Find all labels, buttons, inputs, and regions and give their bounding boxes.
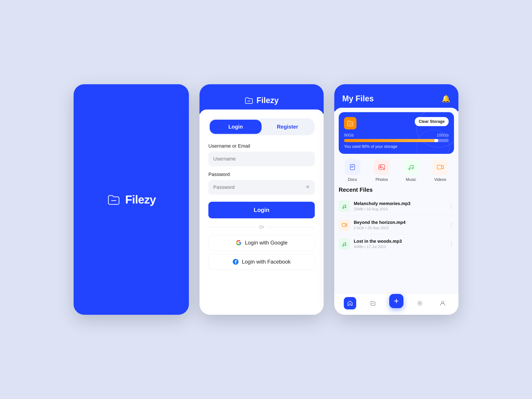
photos-icon-wrap — [374, 159, 390, 175]
docs-icon-wrap — [344, 159, 361, 175]
files-screen: My Files 🔔 Clear Storage 90Gb 100Gb — [334, 84, 458, 315]
svg-rect-6 — [437, 165, 442, 169]
docs-icon — [348, 163, 356, 171]
file-item-1[interactable]: Beyond the horizon.mp4 2.5Gb • 25 Sep 20… — [339, 216, 454, 234]
videos-label: Videos — [434, 177, 446, 182]
svg-point-3 — [380, 165, 381, 167]
nav-home[interactable] — [344, 297, 356, 310]
google-login-button[interactable]: Login with Google — [208, 235, 315, 250]
svg-point-7 — [343, 208, 344, 209]
file-more-0[interactable]: ⋮ — [449, 203, 454, 209]
or-text: Or — [259, 225, 264, 230]
photos-label: Photos — [375, 177, 388, 182]
notification-icon[interactable]: 🔔 — [442, 95, 450, 103]
username-label: Username or Email — [208, 143, 315, 149]
folder-svg — [347, 120, 354, 127]
nav-settings[interactable] — [414, 297, 426, 310]
file-meta-2: 40Mb • 17 Jul 2022 — [354, 245, 445, 249]
files-nav-icon — [370, 300, 376, 306]
files-body: Clear Storage 90Gb 100Gb You used 90% of… — [334, 108, 458, 315]
videos-icon — [436, 163, 444, 171]
recent-files-title: Recent Files — [339, 186, 454, 193]
tab-register[interactable]: Register — [262, 120, 313, 134]
or-line-right — [267, 227, 315, 227]
file-thumb-0 — [339, 200, 350, 212]
photos-icon — [378, 163, 386, 171]
docs-label: Docs — [348, 177, 357, 182]
category-photos[interactable]: Photos — [374, 159, 390, 182]
eye-icon[interactable]: 👁 — [305, 184, 310, 190]
facebook-login-label: Login with Facebook — [242, 259, 291, 265]
file-name-0: Melancholy memories.mp3 — [354, 201, 445, 206]
svg-point-4 — [409, 168, 410, 170]
category-docs[interactable]: Docs — [344, 159, 361, 182]
svg-rect-9 — [342, 223, 345, 227]
tab-row: Login Register — [208, 118, 315, 135]
splash-screen: Filezy — [74, 84, 189, 315]
storage-used-text: You used 90% of your storage — [344, 144, 398, 149]
recent-files-section: Recent Files Melancholy memories.mp3 25M… — [334, 182, 458, 293]
home-icon — [347, 300, 353, 306]
login-folder-icon — [245, 96, 253, 105]
nav-files[interactable] — [367, 297, 379, 310]
svg-point-11 — [345, 245, 346, 246]
svg-point-5 — [412, 168, 413, 169]
videos-icon-wrap — [432, 159, 448, 175]
file-more-1[interactable]: ⋮ — [449, 222, 454, 228]
or-line-left — [208, 227, 256, 227]
svg-point-12 — [419, 302, 421, 304]
login-body: Login Register Username or Email Passwor… — [200, 109, 324, 315]
music-icon — [407, 163, 415, 171]
svg-point-8 — [345, 207, 346, 208]
file-meta-0: 25Mb • 10 Aug 2023 — [354, 207, 445, 211]
password-label: Password — [208, 171, 315, 177]
file-info-1: Beyond the horizon.mp4 2.5Gb • 25 Sep 20… — [354, 220, 445, 230]
category-music[interactable]: Music — [403, 159, 419, 182]
password-input[interactable] — [208, 180, 315, 195]
nav-add-button[interactable] — [389, 294, 403, 308]
splash-logo: Filezy — [107, 192, 156, 207]
file-item-2[interactable]: Lost in the woods.mp3 40Mb • 17 Jul 2022… — [339, 234, 454, 253]
splash-folder-icon — [107, 192, 121, 207]
file-item-0[interactable]: Melancholy memories.mp3 25Mb • 10 Aug 20… — [339, 197, 454, 216]
username-input[interactable] — [208, 152, 315, 166]
category-videos[interactable]: Videos — [432, 159, 448, 182]
tab-login[interactable]: Login — [210, 120, 262, 134]
splash-app-name: Filezy — [125, 193, 156, 206]
google-login-label: Login with Google — [245, 240, 287, 246]
facebook-login-button[interactable]: Login with Facebook — [208, 254, 315, 270]
file-info-0: Melancholy memories.mp3 25Mb • 10 Aug 20… — [354, 201, 445, 211]
facebook-icon — [233, 259, 239, 265]
music-icon-wrap — [403, 159, 419, 175]
file-info-2: Lost in the woods.mp3 40Mb • 17 Jul 2022 — [354, 239, 445, 249]
google-icon — [236, 240, 242, 246]
profile-icon — [440, 300, 446, 306]
music-file-icon-2 — [341, 241, 348, 247]
file-meta-1: 2.5Gb • 25 Sep 2022 — [354, 226, 445, 230]
storage-folder-icon — [344, 117, 356, 129]
video-file-icon-1 — [341, 222, 348, 228]
login-button[interactable]: Login — [208, 202, 315, 218]
settings-icon — [417, 300, 423, 306]
file-thumb-2 — [339, 238, 350, 250]
nav-profile[interactable] — [437, 297, 449, 310]
files-header: My Files 🔔 — [334, 84, 458, 111]
bottom-nav — [334, 293, 458, 315]
music-label: Music — [406, 177, 416, 182]
login-screen: Filezy Login Register Username or Email … — [200, 84, 324, 315]
add-icon — [393, 298, 400, 304]
music-file-icon-0 — [341, 203, 348, 209]
storage-start-label: 90Gb — [344, 133, 354, 138]
file-name-1: Beyond the horizon.mp4 — [354, 220, 445, 225]
files-title: My Files — [342, 94, 374, 103]
or-divider: Or — [208, 225, 315, 230]
category-row: Docs Photos — [334, 154, 458, 182]
password-field-wrap: 👁 — [208, 180, 315, 195]
storage-card: Clear Storage 90Gb 100Gb You used 90% of… — [339, 112, 454, 154]
file-thumb-1 — [339, 219, 350, 231]
storage-bar — [344, 139, 449, 142]
file-more-2[interactable]: ⋮ — [449, 241, 454, 247]
file-name-2: Lost in the woods.mp3 — [354, 239, 445, 244]
storage-bar-fill — [344, 139, 438, 142]
username-field-wrap — [208, 152, 315, 166]
